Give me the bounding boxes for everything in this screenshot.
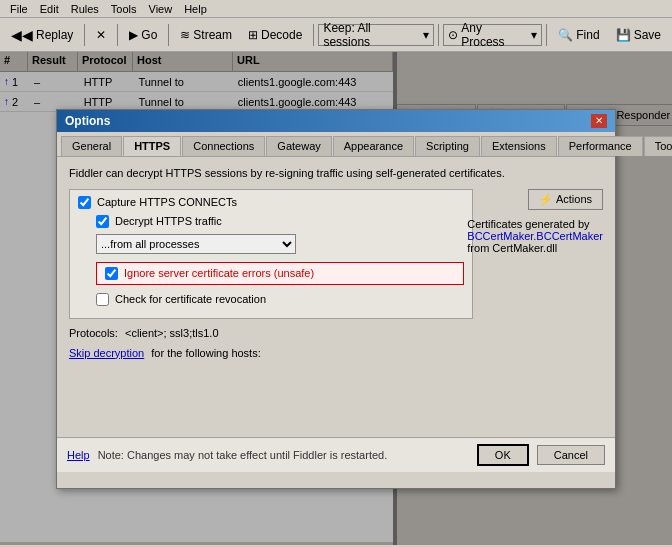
process-dropdown[interactable]: ⊙ Any Process ▾ [443,24,542,46]
footer-note: Note: Changes may not take effect until … [98,449,469,461]
protocols-label: Protocols: [69,327,118,339]
tab-performance[interactable]: Performance [558,136,643,156]
go-button[interactable]: ▶ Go [122,22,164,48]
tab-appearance[interactable]: Appearance [333,136,414,156]
dialog-description: Fiddler can decrypt HTTPS sessions by re… [69,167,603,179]
save-icon: 💾 [616,28,631,42]
process-chevron-icon: ▾ [531,28,537,42]
dialog-overlay: Options ✕ General HTTPS Connections Gate… [0,52,672,545]
process-icon: ⊙ [448,28,458,42]
tab-tools[interactable]: Tools [644,136,672,156]
protocols-row: Protocols: <client>; ssl3;tls1.0 [69,327,473,339]
go-icon: ▶ [129,28,138,42]
capture-connects-checkbox[interactable] [78,196,91,209]
ok-button[interactable]: OK [477,444,529,466]
check-revocation-label: Check for certificate revocation [115,293,266,305]
toolbar-sep-4 [313,24,314,46]
ignore-cert-box: Ignore server certificate errors (unsafe… [96,262,464,285]
stream-icon: ≋ [180,28,190,42]
menu-file[interactable]: File [4,3,34,15]
remove-icon: ✕ [96,28,106,42]
save-button[interactable]: 💾 Save [609,22,668,48]
check-revocation-checkbox[interactable] [96,293,109,306]
ignore-cert-label: Ignore server certificate errors (unsafe… [124,267,314,279]
capture-connects-row: Capture HTTPS CONNECTs [78,196,464,209]
toolbar: ◀◀ Replay ✕ ▶ Go ≋ Stream ⊞ Decode Keep:… [0,18,672,52]
actions-icon: ⚡ [539,193,553,206]
https-section-box: Capture HTTPS CONNECTs Decrypt HTTPS tra… [69,189,473,319]
find-button[interactable]: 🔍 Find [551,22,606,48]
cert-info-link[interactable]: BCCertMaker.BCCertMaker [467,230,603,242]
keep-dropdown[interactable]: Keep: All sessions ▾ [318,24,434,46]
toolbar-sep-3 [168,24,169,46]
help-link[interactable]: Help [67,449,90,461]
decrypt-https-label: Decrypt HTTPS traffic [115,215,222,227]
main-layout: # Result Protocol Host URL ↑ 1 – HTTP Tu… [0,52,672,545]
tab-https[interactable]: HTTPS [123,136,181,156]
cert-info-line2: from CertMaker.dll [467,242,557,254]
dialog-titlebar: Options ✕ [57,110,615,132]
decrypt-https-checkbox[interactable] [96,215,109,228]
toolbar-sep-5 [438,24,439,46]
dialog-title-text: Options [65,114,110,128]
toolbar-sep-1 [84,24,85,46]
remove-button[interactable]: ✕ [89,22,113,48]
tab-gateway[interactable]: Gateway [266,136,331,156]
replay-icon: ◀◀ [11,27,33,43]
protocols-value: <client>; ssl3;tls1.0 [125,327,219,339]
dialog-footer: Help Note: Changes may not take effect u… [57,437,615,472]
replay-button[interactable]: ◀◀ Replay [4,22,80,48]
cert-info: Certificates generated by BCCertMaker.BC… [467,218,603,254]
tab-scripting[interactable]: Scripting [415,136,480,156]
dialog-close-button[interactable]: ✕ [591,114,607,128]
decode-button[interactable]: ⊞ Decode [241,22,309,48]
toolbar-sep-2 [117,24,118,46]
find-icon: 🔍 [558,28,573,42]
ignore-cert-checkbox[interactable] [105,267,118,280]
dialog-tabs: General HTTPS Connections Gateway Appear… [57,132,615,157]
toolbar-sep-6 [546,24,547,46]
options-dialog: Options ✕ General HTTPS Connections Gate… [56,109,616,489]
menu-rules[interactable]: Rules [65,3,105,15]
cancel-button[interactable]: Cancel [537,445,605,465]
menu-edit[interactable]: Edit [34,3,65,15]
decrypt-https-row: Decrypt HTTPS traffic [96,215,464,228]
tab-general[interactable]: General [61,136,122,156]
capture-connects-label: Capture HTTPS CONNECTs [97,196,237,208]
skip-decryption-suffix: for the following hosts: [151,347,260,359]
menu-tools[interactable]: Tools [105,3,143,15]
actions-button[interactable]: ⚡ Actions [528,189,603,210]
skip-decryption-row: Skip decryption for the following hosts: [69,347,473,359]
process-filter-dropdown[interactable]: ...from all processes [96,234,296,254]
right-side: ⚡ Actions Certificates generated by BCCe… [483,189,603,367]
check-revocation-row: Check for certificate revocation [96,293,464,306]
cert-info-line1: Certificates generated by [467,218,589,230]
keep-chevron-icon: ▾ [423,28,429,42]
skip-decryption-link[interactable]: Skip decryption [69,347,144,359]
stream-button[interactable]: ≋ Stream [173,22,239,48]
menu-help[interactable]: Help [178,3,213,15]
tab-extensions[interactable]: Extensions [481,136,557,156]
process-filter-row: ...from all processes [96,234,464,254]
dialog-content: Fiddler can decrypt HTTPS sessions by re… [57,157,615,437]
spacer [69,367,603,427]
tab-connections[interactable]: Connections [182,136,265,156]
decode-icon: ⊞ [248,28,258,42]
menu-bar: File Edit Rules Tools View Help [0,0,672,18]
menu-view[interactable]: View [143,3,179,15]
